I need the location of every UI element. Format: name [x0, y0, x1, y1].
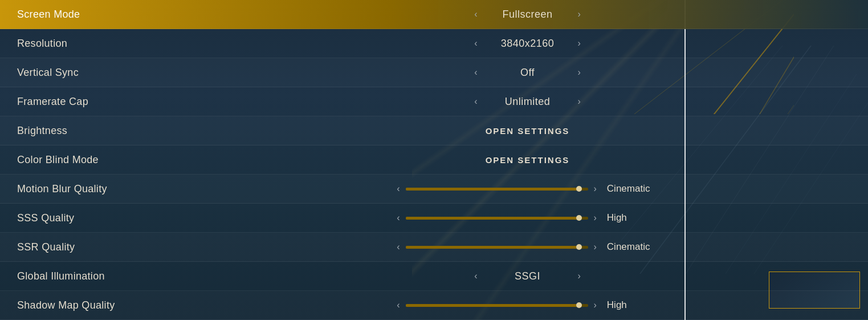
- arrow-right-framerate-cap[interactable]: ›: [578, 96, 581, 107]
- setting-control-motion-blur-quality: ‹›Cinematic: [187, 183, 868, 195]
- slider-value-ssr-quality: Cinematic: [607, 241, 658, 253]
- arrow-left-vertical-sync[interactable]: ‹: [474, 67, 477, 78]
- arrow-left-shadow-map-quality[interactable]: ‹: [397, 300, 400, 310]
- slider-dot-shadow-map-quality: [576, 302, 582, 308]
- setting-label-sss-quality: SSS Quality: [5, 212, 187, 224]
- arrow-right-screen-mode[interactable]: ›: [578, 9, 581, 19]
- setting-label-shadow-map-quality: Shadow Map Quality: [5, 299, 187, 311]
- setting-control-global-illumination: ‹SSGI›: [187, 270, 868, 282]
- arrow-right-ssr-quality[interactable]: ›: [594, 242, 597, 252]
- slider-track-shadow-map-quality[interactable]: [406, 304, 588, 307]
- value-vertical-sync: Off: [488, 67, 568, 79]
- setting-row-global-illumination[interactable]: Global Illumination‹SSGI›: [0, 262, 868, 291]
- slider-dot-ssr-quality: [576, 244, 582, 250]
- arrow-right-resolution[interactable]: ›: [578, 38, 581, 48]
- arrow-right-shadow-map-quality[interactable]: ›: [594, 300, 597, 310]
- setting-row-brightness[interactable]: BrightnessOPEN SETTINGS: [0, 116, 868, 145]
- setting-row-screen-mode[interactable]: Screen Mode‹Fullscreen›: [0, 0, 868, 29]
- arrow-left-sss-quality[interactable]: ‹: [397, 213, 400, 223]
- setting-label-color-blind-mode: Color Blind Mode: [5, 154, 187, 166]
- active-accent: [0, 0, 2, 29]
- setting-row-sss-quality[interactable]: SSS Quality‹›High: [0, 204, 868, 233]
- setting-label-ssr-quality: SSR Quality: [5, 241, 187, 253]
- setting-control-framerate-cap: ‹Unlimited›: [187, 96, 868, 108]
- value-screen-mode: Fullscreen: [488, 9, 568, 21]
- slider-track-ssr-quality[interactable]: [406, 246, 588, 249]
- setting-control-brightness: OPEN SETTINGS: [187, 123, 868, 139]
- setting-label-motion-blur-quality: Motion Blur Quality: [5, 183, 187, 195]
- arrow-right-sss-quality[interactable]: ›: [594, 213, 597, 223]
- setting-control-sss-quality: ‹›High: [187, 212, 868, 224]
- arrow-left-resolution[interactable]: ‹: [474, 38, 477, 48]
- arrow-left-ssr-quality[interactable]: ‹: [397, 242, 400, 252]
- arrow-left-motion-blur-quality[interactable]: ‹: [397, 184, 400, 194]
- setting-row-motion-blur-quality[interactable]: Motion Blur Quality‹›Cinematic: [0, 175, 868, 204]
- value-global-illumination: SSGI: [488, 270, 568, 282]
- slider-dot-sss-quality: [576, 215, 582, 221]
- slider-track-motion-blur-quality[interactable]: [406, 188, 588, 191]
- arrow-left-global-illumination[interactable]: ‹: [474, 271, 477, 281]
- setting-label-resolution: Resolution: [5, 38, 187, 50]
- arrow-left-framerate-cap[interactable]: ‹: [474, 96, 477, 107]
- value-framerate-cap: Unlimited: [488, 96, 568, 108]
- setting-control-shadow-map-quality: ‹›High: [187, 299, 868, 311]
- setting-control-screen-mode: ‹Fullscreen›: [187, 9, 868, 21]
- slider-container-ssr-quality: ‹›Cinematic: [397, 241, 658, 253]
- setting-control-resolution: ‹3840x2160›: [187, 38, 868, 50]
- arrow-left-screen-mode[interactable]: ‹: [474, 9, 477, 19]
- slider-fill-sss-quality: [406, 217, 579, 220]
- setting-label-screen-mode: Screen Mode: [5, 9, 187, 21]
- setting-control-color-blind-mode: OPEN SETTINGS: [187, 152, 868, 168]
- slider-value-shadow-map-quality: High: [607, 299, 658, 311]
- setting-row-resolution[interactable]: Resolution‹3840x2160›: [0, 29, 868, 58]
- setting-label-framerate-cap: Framerate Cap: [5, 96, 187, 108]
- slider-value-sss-quality: High: [607, 212, 658, 224]
- arrow-right-global-illumination[interactable]: ›: [578, 271, 581, 281]
- open-settings-btn-brightness[interactable]: OPEN SETTINGS: [472, 123, 584, 139]
- setting-control-ssr-quality: ‹›Cinematic: [187, 241, 868, 253]
- arrow-right-motion-blur-quality[interactable]: ›: [594, 184, 597, 194]
- slider-fill-shadow-map-quality: [406, 304, 579, 307]
- open-settings-btn-color-blind-mode[interactable]: OPEN SETTINGS: [472, 152, 584, 168]
- slider-container-motion-blur-quality: ‹›Cinematic: [397, 183, 658, 195]
- slider-fill-motion-blur-quality: [406, 188, 579, 191]
- setting-label-vertical-sync: Vertical Sync: [5, 67, 187, 79]
- slider-container-sss-quality: ‹›High: [397, 212, 658, 224]
- setting-row-shadow-map-quality[interactable]: Shadow Map Quality‹›High: [0, 291, 868, 320]
- setting-row-framerate-cap[interactable]: Framerate Cap‹Unlimited›: [0, 87, 868, 116]
- value-resolution: 3840x2160: [488, 38, 568, 50]
- slider-fill-ssr-quality: [406, 246, 579, 249]
- setting-row-ssr-quality[interactable]: SSR Quality‹›Cinematic: [0, 233, 868, 262]
- setting-label-global-illumination: Global Illumination: [5, 270, 187, 282]
- slider-value-motion-blur-quality: Cinematic: [607, 183, 658, 195]
- slider-dot-motion-blur-quality: [576, 186, 582, 192]
- setting-row-color-blind-mode[interactable]: Color Blind ModeOPEN SETTINGS: [0, 145, 868, 175]
- setting-control-vertical-sync: ‹Off›: [187, 67, 868, 79]
- slider-track-sss-quality[interactable]: [406, 217, 588, 220]
- arrow-right-vertical-sync[interactable]: ›: [578, 67, 581, 78]
- slider-container-shadow-map-quality: ‹›High: [397, 299, 658, 311]
- setting-label-brightness: Brightness: [5, 125, 187, 137]
- setting-row-vertical-sync[interactable]: Vertical Sync‹Off›: [0, 58, 868, 87]
